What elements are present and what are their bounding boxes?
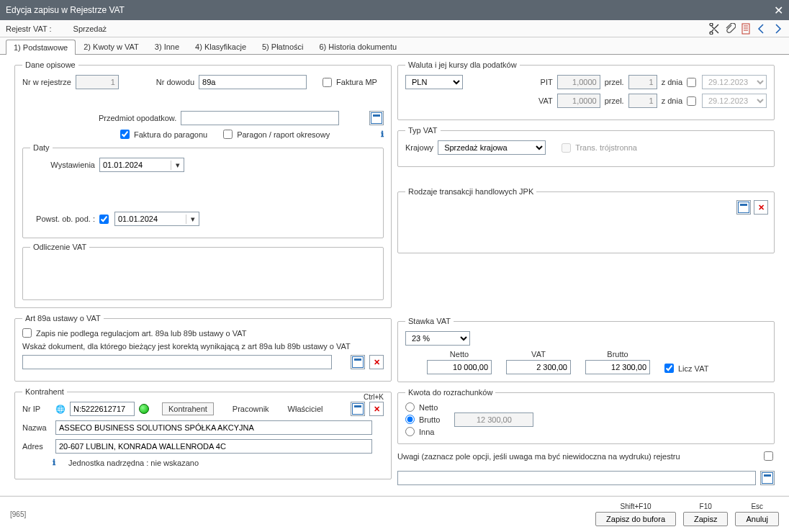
uwagi-field[interactable]: [397, 471, 756, 485]
kwota-netto-radio[interactable]: Netto: [405, 402, 440, 412]
pit-przel-label: przel.: [605, 78, 624, 86]
nazwa-label: Nazwa: [22, 423, 51, 432]
paperclip-icon[interactable]: [724, 23, 736, 35]
wystawienia-input[interactable]: [100, 158, 171, 171]
close-icon[interactable]: ✕: [774, 4, 783, 17]
calendar-dropdown-icon[interactable]: ▾: [186, 215, 199, 224]
dane-opisowe-legend: Dane opisowe: [22, 60, 78, 69]
licz-vat-checkbox[interactable]: Licz VAT: [664, 364, 708, 373]
uwagi-label: Uwagi (zaznacz pole opcji, jeśli uwaga m…: [397, 452, 680, 461]
kontrahent-shortcut: Ctrl+K: [364, 393, 384, 401]
kwota-inna-label: Inna: [419, 428, 434, 436]
krajowy-select[interactable]: Sprzedaż krajowa: [438, 140, 546, 155]
odliczenie-legend: Odliczenie VAT: [30, 243, 89, 251]
kwota-inna-radio[interactable]: Inna: [405, 427, 440, 436]
info-icon[interactable]: [381, 130, 384, 139]
kwota-field: [454, 412, 533, 427]
globe-icon[interactable]: 🌐: [55, 405, 66, 414]
prev-icon[interactable]: [756, 23, 767, 35]
tab-podstawowe[interactable]: 1) Podstawowe: [6, 40, 76, 55]
stawka-select[interactable]: 23 %: [405, 331, 470, 346]
netto-header: Netto: [450, 350, 469, 359]
faktura-paragon-checkbox[interactable]: Faktura do paragonu: [120, 130, 207, 139]
kontrahent-button[interactable]: Kontrahent: [162, 402, 214, 415]
trans-trojstronna-label: Trans. trójstronna: [575, 143, 637, 152]
kontrahent-browse-icon[interactable]: [351, 402, 365, 416]
nr-dowodu-label: Nr dowodu: [156, 78, 194, 86]
pit-date-select: 29.12.2023: [702, 75, 767, 89]
vat-zdnia-label: z dnia: [662, 96, 682, 105]
przedmiot-field[interactable]: [181, 111, 339, 125]
tab-klasyfikacje[interactable]: 4) Klasyfikacje: [187, 39, 254, 54]
powst-input[interactable]: [115, 212, 186, 225]
rodzaje-legend: Rodzaje transakcji handlowych JPK: [405, 187, 536, 196]
nr-rejestr-field: [76, 75, 119, 89]
odliczenie-group: Odliczenie VAT: [22, 243, 384, 300]
vat-przel-label: przel.: [605, 96, 624, 105]
anuluj-shortcut: Esc: [751, 502, 763, 510]
next-icon[interactable]: [772, 23, 783, 35]
powst-date[interactable]: ▾: [114, 212, 199, 226]
pit-zdnia-label: z dnia: [662, 78, 682, 86]
pit-rate-field: [557, 75, 600, 89]
vat-field[interactable]: [506, 360, 571, 374]
zapisz-shortcut: F10: [700, 502, 712, 510]
brutto-field[interactable]: [585, 360, 650, 374]
nrip-field[interactable]: [70, 402, 135, 416]
art89-browse-icon[interactable]: [351, 355, 365, 369]
kontrahent-group: Kontrahent Ctrl+K Nr IP 🌐 Kontrahent Pra…: [14, 387, 392, 479]
vat-zdnia-checkbox[interactable]: [687, 96, 696, 106]
adres-field[interactable]: [55, 439, 372, 454]
tab-historia[interactable]: 6) Historia dokumentu: [311, 39, 405, 54]
art89-field[interactable]: [22, 355, 332, 369]
tabs-bar: 1) Podstawowe 2) Kwoty w VAT 3) Inne 4) …: [0, 37, 789, 55]
wystawienia-date[interactable]: ▾: [99, 158, 184, 172]
scissors-icon[interactable]: [708, 23, 720, 35]
vat-header: VAT: [531, 350, 546, 359]
typvat-group: Typ VAT Krajowy Sprzedaż krajowa Trans. …: [397, 126, 775, 167]
nr-dowodu-field[interactable]: [199, 75, 307, 89]
tab-inne[interactable]: 3) Inne: [147, 39, 187, 54]
rodzaje-delete-icon[interactable]: ✕: [754, 200, 768, 215]
rodzaje-browse-icon[interactable]: [736, 200, 751, 215]
faktura-mp-checkbox[interactable]: Faktura MP: [323, 78, 377, 87]
tab-platnosci[interactable]: 5) Płatności: [254, 39, 311, 54]
vat-label: VAT: [538, 96, 553, 105]
kwota-brutto-label: Brutto: [419, 415, 440, 424]
pit-zdnia-checkbox[interactable]: [687, 78, 696, 87]
wlasciciel-link[interactable]: Właściciel: [288, 405, 323, 413]
bufor-shortcut: Shift+F10: [621, 502, 652, 510]
tab-kwoty[interactable]: 2) Kwoty w VAT: [76, 39, 147, 54]
stawka-legend: Stawka VAT: [405, 317, 454, 325]
daty-group: Daty Wystawienia ▾ Powst. ob. pod. : ▾: [22, 143, 384, 238]
zapisz-button[interactable]: Zapisz: [683, 512, 728, 526]
uwagi-hide-checkbox[interactable]: [764, 451, 773, 461]
waluta-group: Waluta i jej kursy dla podatków PLN PIT …: [397, 60, 775, 120]
kwota-legend: Kwota do rozrachunków: [405, 388, 495, 397]
document-icon[interactable]: [740, 23, 752, 35]
stawka-group: Stawka VAT 23 % Netto VAT Brutto Licz: [397, 317, 775, 382]
art89-delete-icon[interactable]: ✕: [369, 355, 384, 369]
registry-label: Rejestr VAT :: [6, 24, 52, 33]
anuluj-button[interactable]: Anuluj: [735, 512, 779, 526]
vat-rate-field: [557, 94, 600, 108]
nazwa-field[interactable]: [55, 420, 372, 435]
kontrahent-delete-icon[interactable]: ✕: [369, 402, 384, 416]
zapisz-bufor-button[interactable]: Zapisz do bufora: [595, 512, 676, 526]
calendar-dropdown-icon[interactable]: ▾: [171, 161, 184, 170]
paragon-raport-checkbox[interactable]: Paragon / raport okresowy: [223, 130, 330, 139]
currency-select[interactable]: PLN: [405, 75, 463, 89]
pit-label: PIT: [541, 78, 553, 86]
registry-type: Sprzedaż: [73, 24, 107, 33]
jednostka-info: Jednostka nadrzędna : nie wskazano: [68, 459, 199, 467]
art89-checkbox[interactable]: Zapis nie podlega regulacjom art. 89a lu…: [22, 328, 246, 338]
licz-vat-label: Licz VAT: [678, 364, 708, 373]
kwota-brutto-radio[interactable]: Brutto: [405, 415, 440, 424]
przedmiot-browse-icon[interactable]: [369, 111, 384, 125]
uwagi-browse-icon[interactable]: [760, 471, 775, 485]
powst-checkbox[interactable]: [99, 215, 109, 224]
faktura-paragon-label: Faktura do paragonu: [134, 130, 207, 139]
window-title: Edycja zapisu w Rejestrze VAT: [6, 5, 125, 15]
pracownik-link[interactable]: Pracownik: [233, 405, 269, 413]
netto-field[interactable]: [427, 360, 492, 374]
